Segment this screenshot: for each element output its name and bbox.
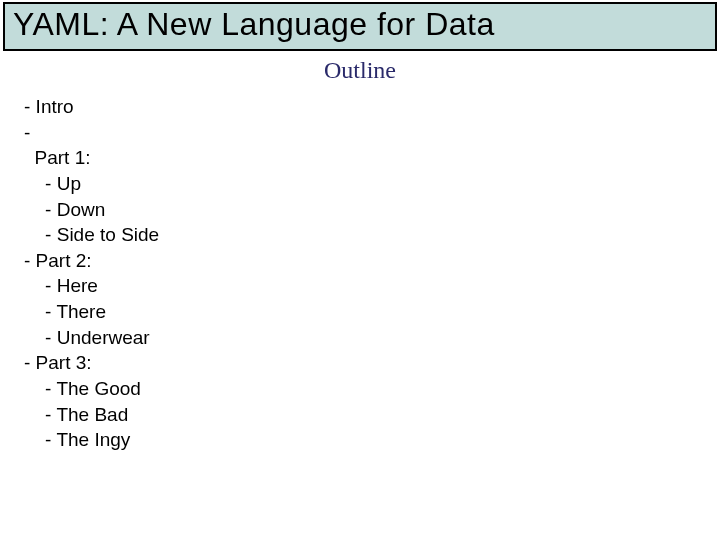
outline-content: - Intro - Part 1: - Up - Down - Side to …: [0, 94, 720, 453]
title-bar: YAML: A New Language for Data: [3, 2, 717, 51]
slide-title: YAML: A New Language for Data: [13, 6, 707, 43]
slide-subtitle: Outline: [0, 57, 720, 84]
